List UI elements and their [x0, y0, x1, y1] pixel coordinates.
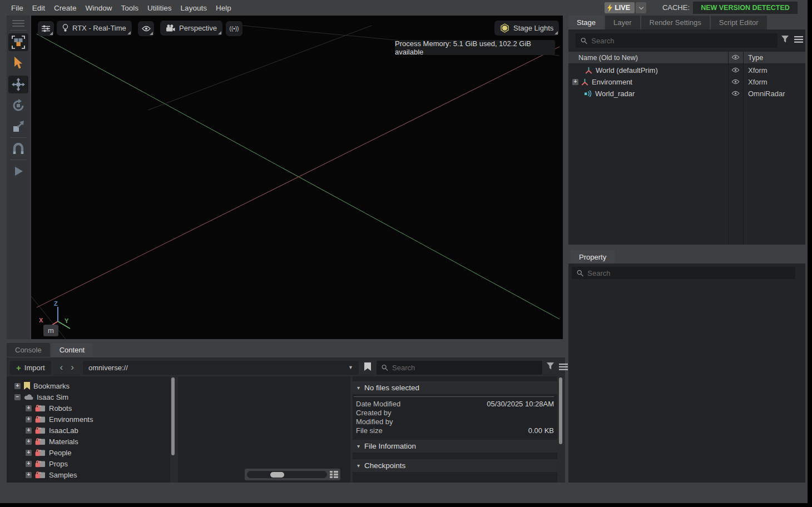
- checkpoints-section-header[interactable]: ▾ Checkpoints: [353, 459, 557, 472]
- tab-layer[interactable]: Layer: [605, 16, 640, 29]
- cache-label: CACHE:: [662, 3, 690, 12]
- visibility-toggle[interactable]: [731, 66, 740, 74]
- menu-create[interactable]: Create: [49, 4, 81, 12]
- slider-track[interactable]: [247, 471, 327, 478]
- select-tool-button[interactable]: [8, 54, 28, 72]
- tab-content[interactable]: Content: [51, 343, 93, 357]
- tree-item-isaaclab[interactable]: + IsaacLab: [26, 425, 78, 436]
- slider-handle[interactable]: [270, 472, 284, 478]
- tree-item-people[interactable]: + People: [26, 447, 71, 458]
- details-scrollbar[interactable]: [558, 377, 562, 480]
- content-search-input[interactable]: [392, 364, 537, 372]
- stage-lights-button[interactable]: Stage Lights: [494, 21, 559, 36]
- import-label: Import: [24, 364, 45, 372]
- file-grid-area[interactable]: [178, 376, 350, 483]
- live-dropdown-button[interactable]: [636, 2, 646, 13]
- menu-utilities[interactable]: Utilities: [143, 4, 176, 12]
- content-search[interactable]: [377, 361, 542, 375]
- property-search[interactable]: [572, 267, 795, 279]
- property-search-input[interactable]: [587, 269, 790, 277]
- menu-file[interactable]: File: [7, 4, 28, 12]
- move-tool-button[interactable]: [8, 76, 28, 93]
- broadcast-button[interactable]: ((•)): [226, 21, 242, 36]
- prim-name: Environment: [592, 78, 632, 86]
- stage-search[interactable]: [576, 33, 778, 48]
- stage-row-world[interactable]: World (defaultPrim) Xform: [568, 64, 805, 76]
- camera-dropdown[interactable]: Perspective: [160, 21, 222, 36]
- snap-tool-button[interactable]: [8, 140, 28, 158]
- radar-icon: [584, 90, 592, 97]
- tab-console[interactable]: Console: [7, 343, 50, 357]
- tree-scrollbar[interactable]: [171, 377, 175, 480]
- play-button[interactable]: [8, 162, 28, 180]
- selection-mode-button[interactable]: [8, 33, 28, 51]
- unit-badge[interactable]: m: [43, 325, 58, 336]
- file-information-section-header[interactable]: ▾ File Information: [353, 440, 557, 453]
- expand-icon[interactable]: +: [26, 416, 32, 422]
- path-dropdown-icon[interactable]: ▼: [348, 365, 353, 370]
- broadcast-icon: ((•)): [230, 26, 239, 32]
- tree-item-label: Props: [49, 460, 68, 468]
- expand-icon[interactable]: +: [26, 450, 32, 456]
- xform-icon: [585, 67, 592, 74]
- visibility-toggle[interactable]: [731, 90, 740, 98]
- no-files-section-header[interactable]: ▾ No files selected: [353, 381, 557, 394]
- tree-item-samples[interactable]: + Samples: [26, 469, 77, 480]
- renderer-dropdown[interactable]: RTX - Real-Time: [57, 21, 132, 36]
- rotate-icon: [12, 99, 25, 112]
- collapse-icon[interactable]: −: [14, 394, 21, 400]
- toolbar-drag-handle[interactable]: [12, 20, 24, 28]
- content-toolbar: + Import ‹ › ▼: [10, 360, 568, 375]
- expand-icon[interactable]: +: [26, 439, 32, 445]
- menu-edit[interactable]: Edit: [28, 4, 49, 12]
- expand-icon[interactable]: +: [26, 405, 32, 411]
- import-button[interactable]: + Import: [10, 361, 51, 375]
- field-value: 05/30/2025 10:28AM: [487, 400, 554, 408]
- tab-render-settings[interactable]: Render Settings: [641, 16, 710, 29]
- expand-icon[interactable]: +: [26, 461, 32, 467]
- menu-tools[interactable]: Tools: [117, 4, 143, 12]
- path-field[interactable]: ▼: [83, 361, 359, 375]
- expand-icon[interactable]: +: [572, 79, 578, 85]
- menu-help[interactable]: Help: [211, 4, 236, 12]
- bookmark-button[interactable]: [364, 362, 371, 373]
- tree-item-props[interactable]: + Props: [26, 458, 68, 469]
- rotate-tool-button[interactable]: [8, 97, 28, 115]
- stage-row-environment[interactable]: + Environment Xform: [568, 76, 805, 88]
- viewport-visibility-button[interactable]: [138, 21, 154, 36]
- tab-property[interactable]: Property: [571, 250, 615, 264]
- stage-options-button[interactable]: [794, 36, 803, 43]
- visibility-toggle[interactable]: [731, 78, 740, 86]
- section-label: File Information: [364, 442, 416, 450]
- tab-script-editor[interactable]: Script Editor: [711, 16, 767, 29]
- menu-window[interactable]: Window: [81, 4, 117, 12]
- viewport-settings-button[interactable]: [38, 21, 54, 36]
- tab-stage[interactable]: Stage: [568, 16, 604, 29]
- name-column-header[interactable]: Name (Old to New): [578, 54, 638, 62]
- tree-item-materials[interactable]: + Materials: [26, 436, 78, 447]
- stage-search-input[interactable]: [591, 37, 773, 45]
- collapse-arrow-icon: ▾: [357, 463, 360, 469]
- tree-item-robots[interactable]: + Robots: [26, 402, 72, 414]
- expand-icon[interactable]: +: [14, 383, 21, 389]
- stage-row-world-radar[interactable]: World_radar OmniRadar: [568, 88, 805, 100]
- path-input[interactable]: [88, 364, 348, 372]
- scale-tool-button[interactable]: [8, 118, 28, 136]
- tree-item-bookmarks[interactable]: + Bookmarks: [14, 380, 70, 391]
- plus-icon: +: [16, 363, 21, 372]
- tree-item-environments[interactable]: + Environments: [26, 414, 93, 425]
- tree-item-isaac-sim[interactable]: − Isaac Sim: [14, 391, 68, 402]
- stage-filter-button[interactable]: [781, 36, 789, 43]
- viewport-3d[interactable]: Z X Y m RTX - Real-Time: [31, 16, 563, 339]
- icon-size-slider[interactable]: [245, 469, 340, 480]
- back-button[interactable]: ‹: [60, 362, 63, 373]
- type-column-header[interactable]: Type: [748, 54, 763, 62]
- content-filter-button[interactable]: [547, 362, 554, 372]
- content-options-button[interactable]: [559, 362, 568, 372]
- list-view-icon[interactable]: [330, 471, 338, 478]
- expand-icon[interactable]: +: [26, 472, 32, 478]
- expand-icon[interactable]: +: [26, 428, 32, 434]
- forward-button[interactable]: ›: [71, 362, 74, 373]
- menu-layouts[interactable]: Layouts: [176, 4, 211, 12]
- live-button[interactable]: LIVE: [605, 2, 635, 13]
